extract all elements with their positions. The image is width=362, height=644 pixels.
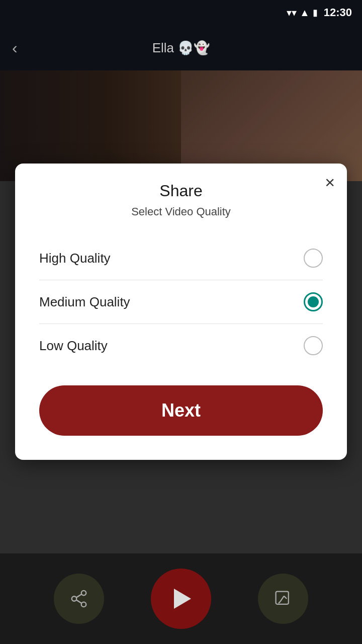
- modal-title: Share: [39, 182, 323, 200]
- wifi-icon: ▾▾: [287, 7, 297, 19]
- next-button[interactable]: Next: [39, 385, 323, 436]
- option-row-medium[interactable]: Medium Quality: [39, 280, 323, 324]
- radio-high-quality[interactable]: [304, 249, 323, 268]
- option-row-high[interactable]: High Quality: [39, 236, 323, 280]
- header-title: Ella 💀👻: [152, 40, 210, 56]
- share-modal: × Share Select Video Quality High Qualit…: [15, 164, 347, 460]
- status-bar: ▾▾ ▲ ▮ 12:30: [0, 0, 362, 25]
- signal-icon: ▲: [300, 7, 310, 19]
- status-time: 12:30: [324, 6, 352, 19]
- modal-subtitle: Select Video Quality: [39, 205, 323, 218]
- option-label-medium: Medium Quality: [39, 294, 130, 310]
- close-button[interactable]: ×: [325, 174, 335, 191]
- radio-low-quality[interactable]: [304, 336, 323, 355]
- status-icons: ▾▾ ▲ ▮ 12:30: [287, 6, 352, 19]
- option-row-low[interactable]: Low Quality: [39, 324, 323, 367]
- battery-icon: ▮: [313, 7, 318, 18]
- back-button[interactable]: ‹: [12, 39, 18, 57]
- modal-backdrop: × Share Select Video Quality High Qualit…: [0, 70, 362, 644]
- app-header: ‹ Ella 💀👻: [0, 25, 362, 70]
- option-label-high: High Quality: [39, 251, 111, 266]
- radio-inner-medium: [308, 296, 319, 307]
- option-label-low: Low Quality: [39, 338, 108, 354]
- radio-medium-quality[interactable]: [304, 292, 323, 311]
